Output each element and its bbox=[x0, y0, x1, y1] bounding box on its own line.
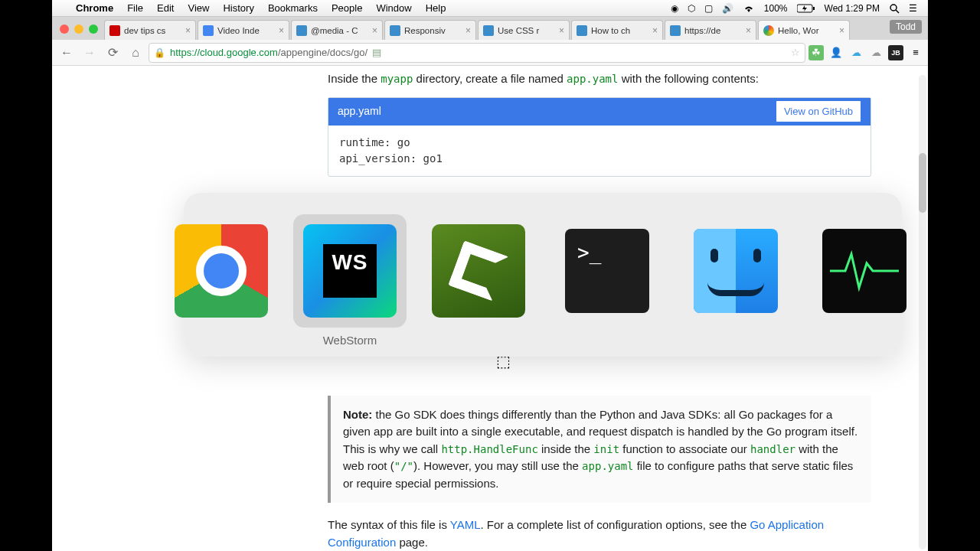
svg-point-2 bbox=[890, 5, 897, 11]
clock[interactable]: Wed 1:29 PM bbox=[820, 3, 884, 14]
browser-tab[interactable]: dev tips cs× bbox=[104, 20, 196, 40]
app-switcher-item-activity-monitor[interactable] bbox=[812, 214, 917, 328]
doc-paragraph: The syntax of this file is YAML. For a c… bbox=[328, 517, 871, 551]
browser-tab[interactable]: Use CSS r× bbox=[478, 20, 570, 40]
tab-title: Responsiv bbox=[404, 26, 446, 35]
tab-title: How to ch bbox=[591, 26, 630, 35]
close-icon[interactable]: × bbox=[372, 25, 377, 36]
activity-monitor-icon bbox=[822, 229, 906, 313]
menu-file[interactable]: File bbox=[120, 2, 150, 14]
tab-title: dev tips cs bbox=[124, 26, 165, 35]
app-menu[interactable]: Chrome bbox=[69, 2, 120, 14]
window-zoom-icon[interactable] bbox=[89, 24, 98, 34]
battery-icon[interactable] bbox=[792, 4, 820, 13]
close-icon[interactable]: × bbox=[652, 25, 658, 36]
forward-button: → bbox=[80, 43, 100, 63]
terminal-icon: >_ bbox=[565, 229, 649, 313]
tab-title: https://de bbox=[684, 26, 720, 35]
finder-icon bbox=[694, 229, 778, 313]
cursor-icon: ⬚ bbox=[496, 352, 511, 370]
browser-tab[interactable]: How to ch× bbox=[571, 20, 663, 40]
tab-title: @media - C bbox=[311, 26, 358, 35]
menu-edit[interactable]: Edit bbox=[150, 2, 181, 14]
extension-icon[interactable]: ☘ bbox=[808, 45, 824, 60]
svg-rect-1 bbox=[813, 7, 815, 10]
notification-center-icon[interactable]: ☰ bbox=[904, 3, 922, 14]
tab-title: Hello, Wor bbox=[778, 26, 818, 35]
close-icon[interactable]: × bbox=[185, 25, 191, 36]
code-block: runtime: go api_version: go1 bbox=[328, 126, 871, 176]
status-icon[interactable]: ⬡ bbox=[683, 3, 700, 14]
extension-icon[interactable]: 👤 bbox=[828, 45, 844, 60]
menu-view[interactable]: View bbox=[181, 2, 216, 14]
bookmark-star-icon[interactable]: ☆ bbox=[791, 47, 800, 58]
browser-tab[interactable]: @media - C× bbox=[291, 20, 383, 40]
mac-menubar: Chrome File Edit View History Bookmarks … bbox=[52, 0, 928, 17]
extension-icon[interactable]: ☁ bbox=[848, 45, 864, 60]
menu-people[interactable]: People bbox=[325, 2, 369, 14]
browser-tab-active[interactable]: Hello, Wor× bbox=[758, 20, 850, 40]
url-text: https://cloud.google.com/appengine/docs/… bbox=[170, 47, 368, 58]
svg-line-3 bbox=[896, 10, 899, 13]
chrome-menu-icon[interactable]: ≡ bbox=[908, 45, 923, 60]
camtasia-icon bbox=[432, 224, 525, 318]
reader-icon[interactable]: ▤ bbox=[372, 47, 381, 58]
close-icon[interactable]: × bbox=[839, 25, 844, 36]
window-minimize-icon[interactable] bbox=[74, 24, 83, 34]
note-block: Note: the Go SDK does things differently… bbox=[328, 396, 871, 504]
tab-title: Video Inde bbox=[217, 26, 260, 35]
close-icon[interactable]: × bbox=[279, 25, 284, 36]
chrome-toolbar: ← → ⟳ ⌂ 🔒 https://cloud.google.com/appen… bbox=[52, 40, 928, 66]
airplay-icon[interactable]: ▢ bbox=[700, 3, 717, 14]
reload-button[interactable]: ⟳ bbox=[103, 43, 122, 63]
extension-icon[interactable]: JB bbox=[888, 45, 903, 60]
app-switcher-item-finder[interactable] bbox=[683, 214, 789, 328]
webstorm-icon: WS bbox=[303, 224, 397, 318]
app-switcher-item-chrome[interactable] bbox=[168, 214, 274, 328]
menu-bookmarks[interactable]: Bookmarks bbox=[261, 2, 325, 14]
menu-window[interactable]: Window bbox=[369, 2, 418, 14]
code-filename: app.yaml bbox=[338, 103, 381, 119]
app-switcher-item-terminal[interactable]: >_ bbox=[554, 214, 660, 328]
spotlight-icon[interactable] bbox=[884, 3, 904, 14]
chrome-tabstrip: dev tips cs× Video Inde× @media - C× Res… bbox=[52, 17, 928, 40]
close-icon[interactable]: × bbox=[559, 25, 564, 36]
lock-icon: 🔒 bbox=[154, 47, 165, 58]
app-switcher-item-webstorm[interactable]: WS WebStorm bbox=[297, 214, 403, 347]
view-on-github-button[interactable]: View on GitHub bbox=[776, 100, 861, 123]
close-icon[interactable]: × bbox=[466, 25, 471, 36]
close-icon[interactable]: × bbox=[746, 25, 751, 36]
omnibox[interactable]: 🔒 https://cloud.google.com/appengine/doc… bbox=[149, 43, 805, 63]
volume-icon[interactable]: 🔊 bbox=[717, 3, 738, 14]
status-icon[interactable]: ◉ bbox=[666, 3, 683, 14]
code-card: app.yaml View on GitHub runtime: go api_… bbox=[328, 97, 871, 177]
app-switcher-item-camtasia[interactable] bbox=[426, 214, 531, 328]
battery-percent: 100% bbox=[760, 3, 792, 14]
browser-tab[interactable]: https://de× bbox=[665, 20, 756, 40]
menu-help[interactable]: Help bbox=[419, 2, 453, 14]
tab-title: Use CSS r bbox=[498, 26, 539, 35]
wifi-icon[interactable] bbox=[738, 4, 760, 13]
browser-tab[interactable]: Responsiv× bbox=[384, 20, 476, 40]
chrome-icon bbox=[175, 224, 268, 318]
app-switcher-label: WebStorm bbox=[323, 334, 377, 347]
back-button[interactable]: ← bbox=[57, 43, 77, 63]
app-switcher[interactable]: WS WebStorm >_ bbox=[184, 193, 902, 357]
yaml-link[interactable]: YAML bbox=[450, 518, 481, 531]
extension-icon[interactable]: ☁ bbox=[868, 45, 884, 60]
window-close-icon[interactable] bbox=[60, 24, 69, 34]
browser-tab[interactable]: Video Inde× bbox=[198, 20, 289, 40]
menu-history[interactable]: History bbox=[216, 2, 260, 14]
scrollbar-thumb[interactable] bbox=[919, 153, 926, 213]
profile-badge[interactable]: Todd bbox=[890, 20, 922, 34]
doc-intro: Inside the myapp directory, create a fil… bbox=[328, 70, 911, 97]
home-button[interactable]: ⌂ bbox=[126, 43, 145, 63]
